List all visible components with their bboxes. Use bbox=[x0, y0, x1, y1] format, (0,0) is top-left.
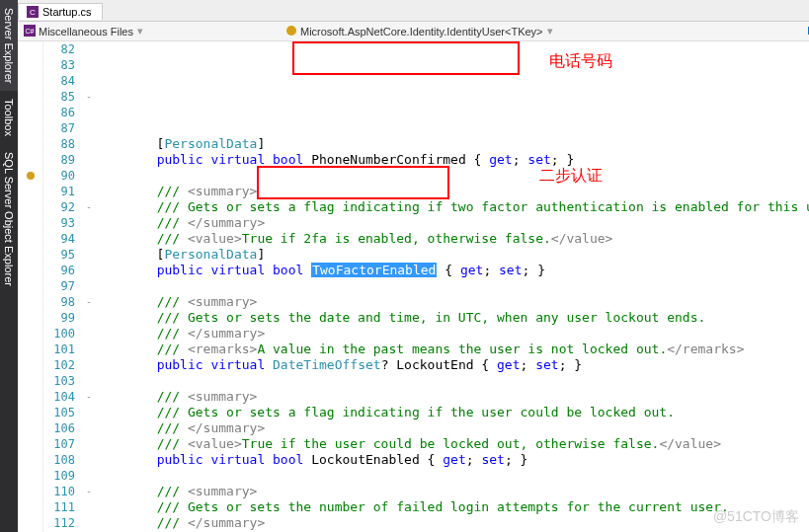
svg-point-4 bbox=[286, 26, 296, 36]
margin-glyph bbox=[18, 420, 42, 436]
margin-glyph bbox=[18, 105, 42, 120]
sidebar-tab-sql-explorer[interactable]: SQL Server Object Explorer bbox=[0, 144, 18, 294]
sidebar-tab-server-explorer[interactable]: Server Explorer bbox=[0, 0, 18, 91]
sidebar-tab-toolbox[interactable]: Toolbox bbox=[0, 91, 18, 144]
breadcrumb-project[interactable]: C# Miscellaneous Files bbox=[20, 25, 137, 38]
margin-glyph bbox=[18, 41, 42, 57]
margin-glyph bbox=[18, 199, 42, 215]
fold-marker bbox=[83, 120, 95, 136]
fold-marker[interactable]: - bbox=[83, 89, 95, 105]
fold-marker[interactable]: - bbox=[83, 294, 95, 310]
line-number: 98 bbox=[43, 294, 75, 310]
margin-glyph bbox=[18, 215, 42, 231]
margin-glyph bbox=[18, 247, 42, 263]
margin-glyph bbox=[18, 405, 42, 420]
breadcrumb-member[interactable]: Two bbox=[802, 25, 809, 38]
line-number: 87 bbox=[43, 120, 75, 136]
code-line[interactable]: /// <value>True if the user could be loc… bbox=[95, 436, 809, 452]
line-number: 86 bbox=[43, 105, 75, 120]
line-number: 91 bbox=[43, 184, 75, 199]
code-line[interactable] bbox=[95, 278, 809, 294]
margin-glyph bbox=[18, 184, 42, 199]
line-number: 104 bbox=[43, 389, 75, 405]
line-number: 105 bbox=[43, 405, 75, 420]
line-number: 110 bbox=[43, 484, 75, 499]
code-line[interactable]: public virtual bool PhoneNumberConfirmed… bbox=[95, 152, 809, 168]
line-number: 88 bbox=[43, 136, 75, 152]
margin-glyph bbox=[18, 452, 42, 468]
document-tabbar: C Startup.cs bbox=[18, 0, 809, 22]
fold-marker bbox=[83, 152, 95, 168]
line-number: 92 bbox=[43, 199, 75, 215]
code-line[interactable]: /// Gets or sets a flag indicating if tw… bbox=[95, 199, 809, 215]
margin-glyph bbox=[18, 120, 42, 136]
editor-tab-active[interactable]: C Startup.cs bbox=[18, 3, 103, 20]
line-number: 89 bbox=[43, 152, 75, 168]
code-line[interactable]: public virtual bool TwoFactorEnabled { g… bbox=[95, 263, 809, 278]
fold-marker[interactable]: - bbox=[83, 389, 95, 405]
fold-marker bbox=[83, 57, 95, 73]
code-line[interactable]: [PersonalData] bbox=[95, 136, 809, 152]
code-line[interactable]: /// <summary> bbox=[95, 294, 809, 310]
fold-marker bbox=[83, 357, 95, 373]
code-line[interactable]: /// Gets or sets the number of failed lo… bbox=[95, 499, 809, 515]
line-number: 95 bbox=[43, 247, 75, 263]
code-line[interactable]: /// </summary> bbox=[95, 215, 809, 231]
code-area[interactable]: 电话号码 二步认证 [PersonalData] public virtual … bbox=[95, 41, 809, 532]
margin-glyph bbox=[18, 436, 42, 452]
line-number-gutter: 8283848586878889909192939495969798991001… bbox=[43, 41, 83, 532]
code-line[interactable]: public virtual DateTimeOffset? LockoutEn… bbox=[95, 357, 809, 373]
code-line[interactable]: public virtual bool LockoutEnabled { get… bbox=[95, 452, 809, 468]
code-line[interactable] bbox=[95, 468, 809, 484]
margin-glyph bbox=[18, 231, 42, 247]
fold-marker bbox=[83, 342, 95, 357]
fold-marker bbox=[83, 373, 95, 389]
margin bbox=[18, 41, 43, 532]
breadcrumb-class[interactable]: Microsoft.AspNetCore.Identity.IdentityUs… bbox=[282, 25, 547, 38]
csharp-icon: C# bbox=[24, 25, 36, 38]
code-line[interactable]: /// </summary> bbox=[95, 420, 809, 436]
code-line[interactable]: /// <summary> bbox=[95, 389, 809, 405]
fold-marker[interactable]: - bbox=[83, 199, 95, 215]
margin-glyph bbox=[18, 310, 42, 326]
code-line[interactable] bbox=[95, 168, 809, 184]
fold-marker bbox=[83, 231, 95, 247]
code-line[interactable]: /// </summary> bbox=[95, 515, 809, 531]
fold-marker bbox=[83, 452, 95, 468]
code-line[interactable]: /// <summary> bbox=[95, 484, 809, 499]
code-line[interactable] bbox=[95, 373, 809, 389]
fold-marker[interactable]: - bbox=[83, 484, 95, 499]
fold-marker bbox=[83, 41, 95, 57]
fold-marker bbox=[83, 499, 95, 515]
fold-marker bbox=[83, 105, 95, 120]
code-line[interactable]: /// <value>True if 2fa is enabled, other… bbox=[95, 231, 809, 247]
code-line[interactable]: /// </summary> bbox=[95, 326, 809, 342]
code-line[interactable]: [PersonalData] bbox=[95, 247, 809, 263]
code-line[interactable]: /// Gets or sets the date and time, in U… bbox=[95, 310, 809, 326]
code-line[interactable]: /// Gets or sets a flag indicating if th… bbox=[95, 405, 809, 420]
line-number: 109 bbox=[43, 468, 75, 484]
margin-glyph bbox=[18, 468, 42, 484]
code-editor[interactable]: 8283848586878889909192939495969798991001… bbox=[18, 41, 809, 532]
margin-glyph bbox=[18, 89, 42, 105]
fold-marker bbox=[83, 326, 95, 342]
line-number: 83 bbox=[43, 57, 75, 73]
code-line[interactable]: /// <summary> bbox=[95, 184, 809, 199]
svg-text:C: C bbox=[30, 8, 36, 17]
line-number: 102 bbox=[43, 357, 75, 373]
fold-marker bbox=[83, 468, 95, 484]
margin-glyph bbox=[18, 263, 42, 278]
fold-gutter[interactable]: ----- bbox=[83, 41, 95, 532]
line-number: 93 bbox=[43, 215, 75, 231]
margin-glyph bbox=[18, 373, 42, 389]
margin-glyph bbox=[18, 57, 42, 73]
fold-marker bbox=[83, 310, 95, 326]
tab-label: Startup.cs bbox=[42, 6, 92, 18]
fold-marker bbox=[83, 73, 95, 89]
fold-marker bbox=[83, 278, 95, 294]
fold-marker bbox=[83, 405, 95, 420]
fold-marker bbox=[83, 247, 95, 263]
fold-marker bbox=[83, 136, 95, 152]
code-line[interactable]: /// <remarks>A value in the past means t… bbox=[95, 342, 809, 357]
fold-marker bbox=[83, 420, 95, 436]
